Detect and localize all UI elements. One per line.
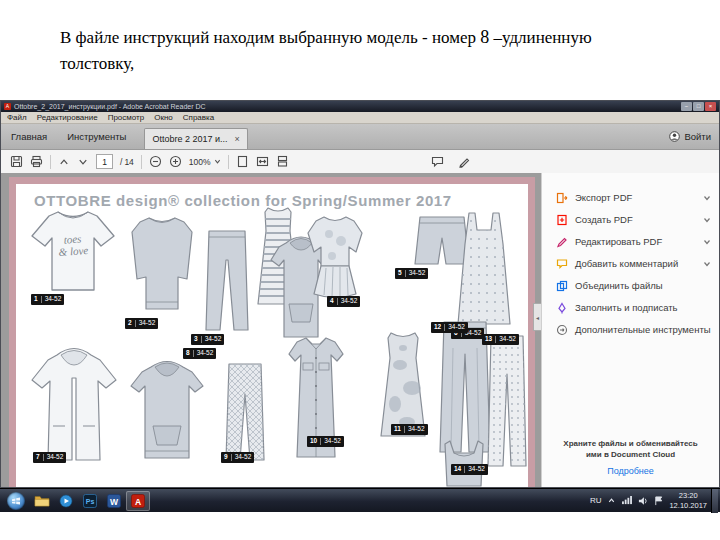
action-center-flag-icon[interactable]: [654, 496, 663, 506]
maximize-button[interactable]: □: [693, 102, 704, 111]
comment-button[interactable]: [431, 155, 444, 168]
combine-files-icon: [556, 280, 568, 292]
menu-item-file[interactable]: Файл: [7, 113, 27, 122]
model-number: 10: [310, 438, 321, 445]
page-caption: В файле инструкций находим выбранную мод…: [60, 24, 705, 77]
windows-flag-icon: [11, 496, 21, 506]
toolbar: 1 /14 100%: [1, 150, 719, 174]
save-button[interactable]: [10, 155, 23, 168]
taskbar: Ps W A RU 23:20 12.10.2017: [0, 488, 720, 512]
tool-label: Дополнительные инструменты: [575, 324, 711, 335]
scroll-mode-button[interactable]: [276, 155, 289, 168]
menu-item-help[interactable]: Справка: [183, 113, 214, 122]
learn-more-link[interactable]: Подробнее: [542, 466, 719, 476]
sign-in-button[interactable]: Войти: [669, 124, 711, 149]
model-tag-1: 134-52: [31, 294, 64, 305]
taskbar-acrobat-button[interactable]: A: [126, 491, 150, 511]
pdf-page-content: OTTOBRE design® collection for Spring/Su…: [16, 184, 528, 487]
garment-sketch-pinafore-dress: [453, 210, 515, 330]
tab-bar: Главная Инструменты Ottobre 2 2017 и... …: [1, 124, 719, 150]
tool-label: Редактировать PDF: [575, 236, 662, 247]
avatar-icon: [669, 131, 680, 142]
taskbar-photoshop-button[interactable]: Ps: [78, 491, 102, 511]
menu-item-view[interactable]: Просмотр: [108, 113, 145, 122]
tool-label: Создать PDF: [575, 214, 633, 225]
speaker-icon[interactable]: [638, 496, 648, 506]
model-size: 34-52: [197, 350, 214, 357]
taskbar-word-button[interactable]: W: [102, 491, 126, 511]
tab-document[interactable]: Ottobre 2 2017 и... ×: [144, 128, 247, 149]
page-count: 14: [124, 157, 133, 167]
page-number-input[interactable]: 1: [96, 154, 113, 169]
chevron-down-icon[interactable]: [703, 260, 711, 268]
garment-sketch-lace-pants: [486, 332, 528, 472]
garment-sketch-hooded-tunic: [125, 354, 209, 466]
clock-time: 23:20: [669, 491, 707, 501]
chevron-down-icon: [77, 156, 89, 168]
taskbar-clock[interactable]: 23:20 12.10.2017: [669, 491, 707, 511]
create-pdf-icon: [556, 214, 568, 226]
caption-model-number: 8: [480, 27, 489, 47]
toolbar-divider: [50, 155, 51, 169]
zoom-in-button[interactable]: [169, 155, 182, 168]
tool-fill-sign[interactable]: Заполнить и подписать: [556, 299, 711, 316]
model-number: 11: [394, 426, 405, 433]
model-number: 14: [454, 466, 465, 473]
tool-more-tools[interactable]: Дополнительные инструменты: [556, 321, 711, 338]
chevron-down-icon[interactable]: [703, 194, 711, 202]
garment-sketch-tshirt: toes & love: [27, 204, 119, 296]
window-title: Ottobre_2_2017_инструкции.pdf - Adobe Ac…: [14, 103, 206, 110]
show-desktop-button[interactable]: [711, 489, 718, 513]
network-icon[interactable]: [622, 496, 632, 505]
tool-label: Объединить файлы: [575, 280, 663, 291]
tab-close-icon[interactable]: ×: [235, 134, 240, 144]
tool-edit-pdf[interactable]: Редактировать PDF: [556, 233, 711, 250]
taskbar-explorer-button[interactable]: [30, 491, 54, 511]
model-number: 5: [398, 270, 406, 277]
panel-collapse-handle[interactable]: ◂: [533, 303, 541, 331]
close-button[interactable]: ×: [705, 102, 716, 111]
model-tag-4: 434-52: [327, 296, 360, 307]
model-tag-13: 1334-52: [482, 334, 519, 345]
zoom-out-button[interactable]: [149, 155, 162, 168]
fit-width-button[interactable]: [256, 155, 269, 168]
print-button[interactable]: [30, 155, 43, 168]
folder-icon: [34, 494, 50, 507]
model-tag-10: 1034-52: [307, 436, 344, 447]
tool-label: Заполнить и подписать: [575, 302, 678, 313]
language-indicator[interactable]: RU: [590, 496, 602, 505]
fill-sign-icon: [556, 302, 568, 314]
tab-document-label: Ottobre 2 2017 и...: [152, 134, 227, 144]
next-page-button[interactable]: [77, 156, 89, 168]
tool-export-pdf[interactable]: Экспорт PDF: [556, 189, 711, 206]
tab-home[interactable]: Главная: [1, 124, 57, 149]
zoom-level-dropdown[interactable]: 100%: [189, 157, 221, 167]
menu-item-window[interactable]: Окно: [154, 113, 173, 122]
tool-combine-files[interactable]: Объединить файлы: [556, 277, 711, 294]
menu-item-edit[interactable]: Редактирование: [37, 113, 98, 122]
garment-sketch-leggings: [223, 360, 267, 466]
minimize-button[interactable]: −: [681, 102, 692, 111]
zoom-level-value: 100%: [189, 157, 211, 167]
document-area: OTTOBRE design® collection for Spring/Su…: [1, 173, 541, 487]
system-tray: RU 23:20 12.10.2017: [590, 491, 711, 511]
tools-panel: Экспорт PDF Создать PDF Редактировать PD…: [541, 173, 719, 487]
model-number: 13: [485, 336, 496, 343]
model-tag-5: 534-52: [395, 268, 428, 279]
model-tag-2: 234-52: [125, 318, 158, 329]
tray-expand-icon[interactable]: [607, 496, 616, 505]
tool-add-comment[interactable]: Добавить комментарий: [556, 255, 711, 272]
chevron-down-icon[interactable]: [703, 216, 711, 224]
previous-page-button[interactable]: [58, 156, 70, 168]
model-size: 34-52: [448, 324, 465, 331]
model-size: 34-52: [139, 320, 156, 327]
fit-page-button[interactable]: [236, 155, 249, 168]
taskbar-media-player-button[interactable]: [54, 491, 78, 511]
tab-tools[interactable]: Инструменты: [57, 124, 136, 149]
start-button[interactable]: [7, 492, 25, 510]
tool-create-pdf[interactable]: Создать PDF: [556, 211, 711, 228]
chevron-down-icon[interactable]: [703, 238, 711, 246]
page-total: /14: [120, 157, 134, 167]
sign-button[interactable]: [458, 155, 471, 168]
model-size: 34-52: [341, 298, 358, 305]
